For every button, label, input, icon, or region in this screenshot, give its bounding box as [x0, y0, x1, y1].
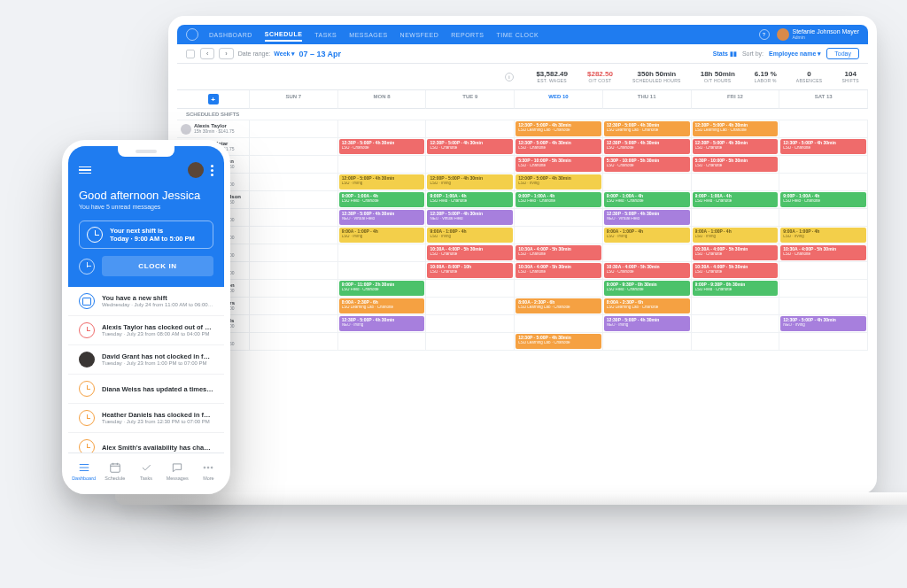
- schedule-cell[interactable]: 8:00A - 2:30P · 6hLSU Learning Lab · Cha…: [603, 298, 692, 315]
- day-header[interactable]: SAT 13: [779, 90, 868, 109]
- schedule-cell[interactable]: [779, 280, 868, 298]
- clock-in-button[interactable]: CLOCK IN: [102, 256, 213, 276]
- schedule-cell[interactable]: [692, 209, 780, 227]
- shift-block[interactable]: 12:30P - 5:00P · 4h 30minLSU · Charlotte: [339, 139, 425, 154]
- shift-block[interactable]: 12:30P - 5:00P · 4h 30minLSU · Charlotte: [427, 139, 513, 154]
- schedule-cell[interactable]: 10:30A - 4:00P · 5h 30minLSU · Charlotte: [692, 262, 780, 280]
- day-header[interactable]: WED 10: [515, 90, 603, 109]
- tab-messages[interactable]: Messages: [162, 453, 193, 488]
- shift-block[interactable]: 10:30A - 4:00P · 5h 30minLSU · Charlotte: [427, 245, 513, 260]
- schedule-cell[interactable]: [603, 174, 692, 191]
- shift-block[interactable]: 12:30P - 5:00P · 4h 30minLSU · Charlotte: [516, 139, 601, 154]
- schedule-cell[interactable]: [250, 315, 338, 333]
- schedule-cell[interactable]: 12:30P - 5:00P · 4h 30minNEO · Virtual F…: [338, 209, 427, 227]
- schedule-cell[interactable]: [250, 298, 338, 315]
- date-range[interactable]: 07 – 13 Apr: [298, 50, 341, 58]
- schedule-cell[interactable]: 5:30P - 10:00P · 5h 30minLSU · Charlotte: [515, 156, 603, 174]
- schedule-cell[interactable]: 9:00P - 9:30P · 0h 30minLSU Field · Char…: [692, 280, 780, 298]
- schedule-cell[interactable]: 5:30P - 10:00P · 5h 30minLSU · Charlotte: [692, 156, 780, 174]
- add-button[interactable]: +: [208, 94, 219, 104]
- shift-block[interactable]: 8:00A - 2:30P · 6hLSU Learning Lab · Cha…: [339, 298, 425, 313]
- schedule-cell[interactable]: [426, 298, 515, 315]
- schedule-cell[interactable]: [338, 262, 427, 280]
- schedule-cell[interactable]: [426, 333, 515, 351]
- shift-block[interactable]: 8:00A - 2:30P · 6hLSU Learning Lab · Cha…: [516, 298, 601, 313]
- schedule-cell[interactable]: [338, 333, 427, 351]
- nav-tab-reports[interactable]: REPORTS: [451, 32, 484, 38]
- shift-block[interactable]: 9:00P - 1:00A · 4hLSU Field · Charlotte: [427, 192, 513, 207]
- shift-block[interactable]: 9:00P - 1:00A · 4hLSU Field · Charlotte: [780, 192, 866, 207]
- shift-block[interactable]: 10:30A - 4:00P · 5h 30minLSU · Charlotte: [604, 263, 690, 278]
- schedule-cell[interactable]: 8:00A - 2:30P · 6hLSU Learning Lab · Cha…: [338, 298, 427, 315]
- nav-tab-timeclock[interactable]: TIME CLOCK: [496, 32, 539, 38]
- schedule-cell[interactable]: 12:00P - 5:00P · 4h 30minLSU · Irving: [426, 174, 515, 191]
- schedule-cell[interactable]: 9:00P - 1:00A · 4hLSU Field · Charlotte: [426, 191, 515, 209]
- schedule-cell[interactable]: 9:00P - 1:00A · 4hLSU Field · Charlotte: [692, 191, 780, 209]
- schedule-cell[interactable]: 12:00P - 5:00P · 4h 30minLSU · Irving: [515, 174, 603, 191]
- schedule-cell[interactable]: [692, 315, 780, 333]
- shift-block[interactable]: 12:30P - 5:00P · 4h 30minNEO · Irving: [604, 316, 690, 331]
- shift-block[interactable]: 12:30P - 5:00P · 4h 30minNEO · Virtual F…: [427, 210, 513, 225]
- schedule-cell[interactable]: 9:00P - 1:00A · 4hLSU Field · Charlotte: [603, 191, 692, 209]
- schedule-cell[interactable]: 10:30A - 4:00P · 5h 30minLSU · Charlotte: [515, 244, 603, 262]
- schedule-cell[interactable]: [250, 227, 338, 244]
- schedule-cell[interactable]: [426, 156, 515, 174]
- schedule-cell[interactable]: 9:00A - 1:00P · 4hLSU · Irving: [692, 227, 780, 244]
- schedule-cell[interactable]: 12:30P - 5:00P · 4h 30minLSU Learning La…: [692, 120, 780, 138]
- shift-block[interactable]: 8:00A - 2:30P · 6hLSU Learning Lab · Cha…: [604, 298, 690, 313]
- shift-block[interactable]: 12:30P - 5:00P · 4h 30minNEO · Virtual F…: [604, 210, 690, 225]
- next-shift-card[interactable]: Your next shift is Today · 9:00 AM to 5:…: [79, 220, 213, 249]
- schedule-cell[interactable]: [250, 138, 338, 156]
- schedule-cell[interactable]: 9:00P - 11:00P · 2h 30minLSU Field · Cha…: [338, 280, 427, 298]
- schedule-cell[interactable]: [779, 120, 868, 138]
- nav-prev-button[interactable]: ‹: [200, 48, 214, 59]
- schedule-cell[interactable]: [250, 120, 338, 138]
- shift-block[interactable]: 12:30P - 5:00P · 4h 30minNEO · Virtual F…: [339, 210, 425, 225]
- tab-schedule[interactable]: Schedule: [99, 453, 130, 488]
- schedule-cell[interactable]: 9:00A - 1:00P · 4hLSU · Irving: [426, 227, 515, 244]
- schedule-cell[interactable]: 9:00A - 1:00P · 4hLSU · Irving: [338, 227, 427, 244]
- tab-tasks[interactable]: Tasks: [130, 453, 161, 488]
- schedule-cell[interactable]: [692, 298, 780, 315]
- shift-block[interactable]: 9:00A - 1:00P · 4hLSU · Irving: [427, 228, 513, 243]
- tab-dashboard[interactable]: Dashboard: [68, 453, 99, 488]
- shift-block[interactable]: 10:30A - 4:00P · 5h 30minLSU · Charlotte: [693, 245, 779, 260]
- shift-block[interactable]: 9:00A - 1:00P · 4hLSU · Irving: [693, 228, 779, 243]
- shift-block[interactable]: 12:00P - 5:00P · 4h 30minLSU · Irving: [339, 174, 425, 190]
- shift-block[interactable]: 9:00A - 1:00P · 4hLSU · Irving: [604, 228, 690, 243]
- day-header[interactable]: FRI 12: [692, 90, 780, 109]
- schedule-cell[interactable]: 10:30A - 4:00P · 5h 30minLSU · Charlotte: [515, 262, 603, 280]
- shift-block[interactable]: 10:30A - 4:00P · 5h 30minLSU · Charlotte: [516, 245, 601, 260]
- schedule-cell[interactable]: 12:30P - 5:00P · 4h 30minNEO · Irving: [779, 315, 868, 333]
- shift-block[interactable]: 12:30P - 5:00P · 4h 30minLSU Learning La…: [604, 121, 690, 136]
- schedule-cell[interactable]: 12:30P - 5:00P · 4h 30minLSU · Charlotte: [338, 138, 427, 156]
- schedule-cell[interactable]: 12:00P - 5:00P · 4h 30minLSU · Irving: [338, 174, 427, 191]
- schedule-cell[interactable]: 12:30P - 5:00P · 4h 30minNEO · Irving: [603, 315, 692, 333]
- schedule-cell[interactable]: 9:00A - 1:00P · 4hLSU · Irving: [779, 227, 868, 244]
- schedule-cell[interactable]: [779, 156, 868, 174]
- shift-block[interactable]: 10:30A - 4:00P · 5h 30minLSU · Charlotte: [693, 263, 779, 278]
- schedule-cell[interactable]: [338, 156, 427, 174]
- shift-block[interactable]: 12:30P - 5:00P · 4h 30minLSU · Charlotte: [693, 139, 779, 154]
- shift-block[interactable]: 12:00P - 5:00P · 4h 30minLSU · Irving: [427, 174, 513, 190]
- schedule-cell[interactable]: 9:00P - 1:00A · 4hLSU Field · Charlotte: [515, 191, 603, 209]
- help-icon[interactable]: ?: [759, 29, 770, 40]
- select-all-checkbox[interactable]: [186, 50, 195, 58]
- shift-block[interactable]: 10:00A - 8:00P · 10hLSU · Charlotte: [427, 263, 513, 278]
- nav-tab-newsfeed[interactable]: NEWSFEED: [400, 32, 439, 38]
- schedule-cell[interactable]: [426, 120, 515, 138]
- schedule-cell[interactable]: 12:30P - 5:00P · 4h 30minNEO · Irving: [338, 315, 427, 333]
- schedule-cell[interactable]: [250, 280, 338, 298]
- schedule-cell[interactable]: 10:30A - 4:00P · 5h 30minLSU · Charlotte: [426, 244, 515, 262]
- schedule-cell[interactable]: 5:30P - 10:00P · 5h 30minLSU · Charlotte: [603, 156, 692, 174]
- nav-tab-tasks[interactable]: TASKS: [314, 32, 337, 38]
- schedule-cell[interactable]: 12:30P - 5:00P · 4h 30minLSU Learning La…: [515, 120, 603, 138]
- schedule-cell[interactable]: [338, 120, 427, 138]
- schedule-cell[interactable]: [250, 244, 338, 262]
- shift-block[interactable]: 12:30P - 5:00P · 4h 30minLSU · Charlotte: [780, 139, 866, 154]
- today-button[interactable]: Today: [826, 48, 859, 59]
- schedule-cell[interactable]: [779, 174, 868, 191]
- schedule-cell[interactable]: [426, 315, 515, 333]
- shift-block[interactable]: 12:30P - 5:00P · 4h 30minLSU · Charlotte: [604, 139, 690, 154]
- schedule-cell[interactable]: 10:30A - 4:00P · 5h 30minLSU · Charlotte: [779, 244, 868, 262]
